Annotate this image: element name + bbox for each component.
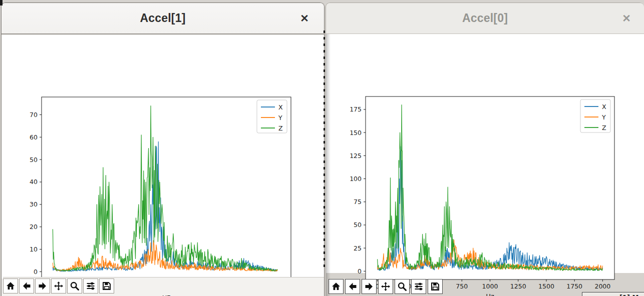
subplots-icon <box>86 281 96 291</box>
zoom-button[interactable] <box>67 278 82 294</box>
background-window-corner-fragment <box>0 0 3 6</box>
accel0-window-title: Accel[0] <box>462 12 508 25</box>
home-button[interactable] <box>3 278 18 294</box>
window-focus-dashes <box>324 30 325 270</box>
accel1-titlebar[interactable]: Accel[1] ✕ <box>2 3 324 34</box>
svg-text:10: 10 <box>30 246 38 253</box>
svg-text:50: 50 <box>354 221 362 228</box>
svg-text:X: X <box>278 104 283 111</box>
svg-text:175: 175 <box>350 106 362 113</box>
accel1-close-button[interactable]: ✕ <box>296 10 313 27</box>
subplots-button[interactable] <box>411 279 426 294</box>
forward-button[interactable] <box>35 278 50 294</box>
svg-text:75: 75 <box>354 198 362 206</box>
accel0-spectrum-chart: 0250500750100012501500175020000255075100… <box>353 91 623 296</box>
window-accel0: Accel[0] ✕ 02505007501000125015001750200… <box>326 2 644 296</box>
home-icon <box>6 281 16 291</box>
fragment-text: [1] M <box>619 294 644 296</box>
svg-text:25: 25 <box>354 244 362 252</box>
home-button[interactable] <box>329 279 344 294</box>
svg-text:Z: Z <box>278 124 283 132</box>
accel1-window-title: Accel[1] <box>140 12 185 25</box>
forward-icon <box>364 282 374 292</box>
pan-button[interactable] <box>378 279 393 294</box>
svg-text:Y: Y <box>278 114 282 122</box>
svg-text:0: 0 <box>358 268 362 275</box>
save-icon <box>102 281 112 291</box>
svg-text:1500: 1500 <box>538 282 554 290</box>
accel1-spectrum-chart: 0100200300400500010203040506070HzXYZ <box>29 92 309 296</box>
svg-text:60: 60 <box>30 134 38 141</box>
svg-text:Z: Z <box>602 124 606 132</box>
pan-icon <box>54 281 64 291</box>
save-icon <box>430 282 440 292</box>
svg-text:20: 20 <box>30 223 38 230</box>
window-accel1: Accel[1] ✕ 01002003004005000102030405060… <box>1 2 325 296</box>
accel1-figure-canvas[interactable]: 0100200300400500010203040506070HzXYZ <box>2 34 324 278</box>
save-button[interactable] <box>99 278 114 294</box>
pan-icon <box>381 282 391 292</box>
svg-text:125: 125 <box>350 152 362 160</box>
home-icon <box>331 282 341 292</box>
svg-text:40: 40 <box>30 178 38 186</box>
svg-text:X: X <box>602 103 606 110</box>
subplots-button[interactable] <box>83 278 98 294</box>
back-button[interactable] <box>345 279 360 294</box>
svg-text:70: 70 <box>30 111 38 118</box>
save-button[interactable] <box>428 279 443 294</box>
svg-text:1250: 1250 <box>510 282 526 290</box>
svg-text:750: 750 <box>456 282 468 290</box>
back-icon <box>348 282 358 292</box>
svg-text:2000: 2000 <box>594 282 610 290</box>
svg-text:150: 150 <box>350 129 362 136</box>
accel1-plot-toolbar <box>3 277 324 296</box>
forward-button[interactable] <box>362 279 377 294</box>
svg-text:1000: 1000 <box>482 282 498 290</box>
svg-text:1750: 1750 <box>566 282 582 290</box>
zoom-icon <box>70 281 80 291</box>
background-window-title-fragment: [1] M <box>582 292 644 296</box>
back-button[interactable] <box>19 278 34 294</box>
svg-text:Y: Y <box>601 114 606 121</box>
desktop-stage: Accel[1] ✕ 01002003004005000102030405060… <box>0 0 644 296</box>
forward-icon <box>38 281 48 291</box>
back-icon <box>22 281 32 291</box>
subplots-icon <box>414 282 424 292</box>
svg-text:30: 30 <box>30 200 38 208</box>
zoom-button[interactable] <box>395 279 410 294</box>
pan-button[interactable] <box>51 278 66 294</box>
svg-text:50: 50 <box>30 156 38 164</box>
accel0-figure-canvas[interactable]: 0250500750100012501500175020000255075100… <box>326 34 644 273</box>
accel0-titlebar[interactable]: Accel[0] ✕ <box>326 3 644 34</box>
svg-text:0: 0 <box>34 268 38 276</box>
accel0-plot-toolbar <box>329 279 443 295</box>
svg-text:Hz: Hz <box>486 292 494 296</box>
svg-text:100: 100 <box>350 175 362 182</box>
zoom-icon <box>397 282 407 292</box>
accel0-close-button[interactable]: ✕ <box>618 10 635 27</box>
